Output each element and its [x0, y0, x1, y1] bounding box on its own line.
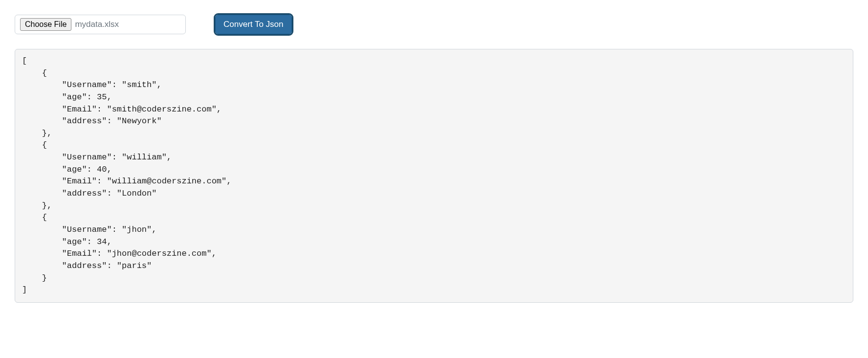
json-output: [ { "Username": "smith", "age": 35, "Ema…: [15, 49, 853, 303]
choose-file-button[interactable]: Choose File: [20, 18, 71, 31]
selected-file-name: mydata.xlsx: [75, 20, 119, 29]
controls-row: Choose File mydata.xlsx Convert To Json: [15, 15, 853, 34]
convert-to-json-button[interactable]: Convert To Json: [215, 15, 292, 34]
file-input[interactable]: Choose File mydata.xlsx: [15, 15, 186, 34]
